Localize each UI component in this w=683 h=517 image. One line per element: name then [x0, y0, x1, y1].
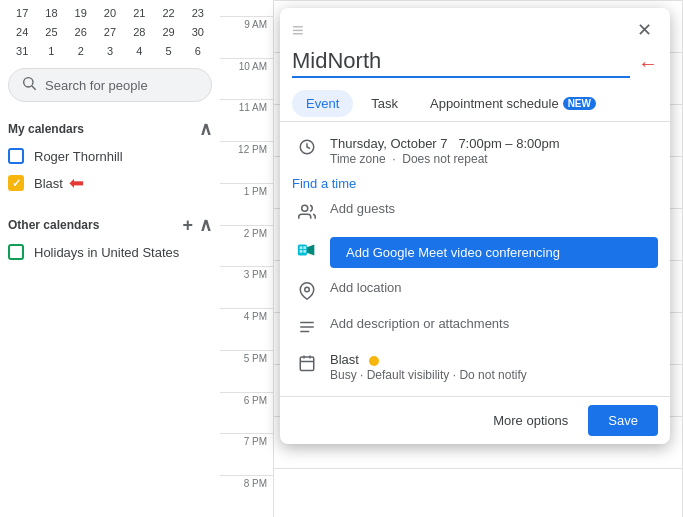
mini-cal-cell[interactable]: 4: [125, 42, 153, 60]
calendar-color-dot: [369, 356, 379, 366]
my-calendars-section: My calendars ∧: [0, 110, 220, 144]
add-description-label: Add description or attachments: [330, 316, 658, 331]
datetime-row: Thursday, October 7 7:00pm – 8:00pm Time…: [280, 130, 670, 172]
other-calendars-label: Other calendars: [8, 218, 99, 232]
other-calendars-chevron[interactable]: ∧: [199, 214, 212, 236]
tab-event[interactable]: Event: [292, 90, 353, 117]
mini-cal-cell[interactable]: 2: [67, 42, 95, 60]
meet-btn-area: Add Google Meet video conferencing: [330, 237, 658, 268]
calendar-checkbox[interactable]: [8, 148, 24, 164]
title-annotation-arrow: ←: [638, 52, 658, 75]
meet-row: Add Google Meet video conferencing: [280, 231, 670, 274]
find-a-time-link[interactable]: Find a time: [280, 172, 670, 195]
mini-cal-cell[interactable]: 31: [8, 42, 36, 60]
calendar-name-row: Blast: [330, 352, 658, 367]
mini-cal-cell[interactable]: 24: [8, 23, 36, 41]
save-button[interactable]: Save: [588, 405, 658, 436]
description-content: Add description or attachments: [330, 316, 658, 331]
mini-cal-cell[interactable]: 28: [125, 23, 153, 41]
mini-cal-cell[interactable]: 17: [8, 4, 36, 22]
mini-cal-cell[interactable]: 23: [184, 4, 212, 22]
mini-cal-cell[interactable]: 26: [67, 23, 95, 41]
description-icon: [292, 316, 322, 336]
my-calendars-label: My calendars: [8, 122, 84, 136]
mini-cal-cell[interactable]: 3: [96, 42, 124, 60]
mini-cal-cell[interactable]: 5: [154, 42, 182, 60]
svg-marker-5: [307, 245, 314, 256]
event-popup: ≡ ✕ ← Event Task Appointment schedule NE…: [280, 8, 670, 444]
annotation-arrow: ⬅: [69, 172, 84, 194]
popup-overlay: ≡ ✕ ← Event Task Appointment schedule NE…: [220, 0, 683, 517]
mini-cal-cell[interactable]: 29: [154, 23, 182, 41]
search-people-placeholder: Search for people: [45, 78, 148, 93]
my-calendars-chevron[interactable]: ∧: [199, 118, 212, 140]
guests-row[interactable]: Add guests: [280, 195, 670, 231]
people-icon: [292, 201, 322, 221]
datetime-main[interactable]: Thursday, October 7 7:00pm – 8:00pm: [330, 136, 658, 151]
close-button[interactable]: ✕: [630, 16, 658, 44]
sidebar: 171819202122232425262728293031123456 Sea…: [0, 0, 220, 517]
location-row[interactable]: Add location: [280, 274, 670, 310]
new-badge: NEW: [563, 97, 596, 110]
other-calendars-list: Holidays in United States: [0, 240, 220, 264]
tab-appointment-schedule[interactable]: Appointment schedule NEW: [416, 90, 610, 117]
mini-cal-cell[interactable]: 20: [96, 4, 124, 22]
svg-rect-7: [303, 246, 306, 249]
add-location-label: Add location: [330, 280, 658, 295]
mini-cal-cell[interactable]: 22: [154, 4, 182, 22]
event-title-input[interactable]: [292, 48, 630, 78]
calendar-status: Busy · Default visibility · Do not notif…: [330, 368, 658, 382]
calendar-icon: [292, 352, 322, 372]
calendar-label: Roger Thornhill: [34, 149, 123, 164]
calendar-checkbox[interactable]: [8, 244, 24, 260]
my-calendar-item[interactable]: ✓Blast⬅: [0, 168, 220, 198]
clock-icon: [292, 136, 322, 156]
description-row[interactable]: Add description or attachments: [280, 310, 670, 346]
datetime-sub: Time zone · Does not repeat: [330, 152, 658, 166]
popup-body: Thursday, October 7 7:00pm – 8:00pm Time…: [280, 122, 670, 396]
calendar-label: Blast: [34, 176, 63, 191]
mini-cal-cell[interactable]: 6: [184, 42, 212, 60]
location-content: Add location: [330, 280, 658, 295]
other-calendars-add[interactable]: +: [182, 215, 193, 236]
more-options-button[interactable]: More options: [481, 405, 580, 436]
mini-cal-cell[interactable]: 30: [184, 23, 212, 41]
search-icon: [21, 75, 37, 95]
mini-cal-cell[interactable]: 25: [37, 23, 65, 41]
mini-cal-cell[interactable]: 1: [37, 42, 65, 60]
calendar-content: Blast Busy · Default visibility · Do not…: [330, 352, 658, 382]
calendar-label: Holidays in United States: [34, 245, 179, 260]
popup-title-area: ←: [280, 48, 670, 86]
my-calendar-item[interactable]: Roger Thornhill: [0, 144, 220, 168]
mini-calendar: 171819202122232425262728293031123456: [0, 0, 220, 60]
mini-cal-cell[interactable]: 19: [67, 4, 95, 22]
mini-cal-cell[interactable]: 27: [96, 23, 124, 41]
svg-point-0: [24, 78, 33, 87]
calendar-checkbox[interactable]: ✓: [8, 175, 24, 191]
search-people-field[interactable]: Search for people: [8, 68, 212, 102]
my-calendars-list: Roger Thornhill✓Blast⬅: [0, 144, 220, 198]
main-area: 9 AM10 AM11 AM12 PM1 PM2 PM3 PM4 PM5 PM6…: [220, 0, 683, 517]
svg-rect-9: [303, 250, 306, 253]
mini-cal-cell[interactable]: 18: [37, 4, 65, 22]
popup-footer: More options Save: [280, 396, 670, 444]
event-tabs: Event Task Appointment schedule NEW: [280, 86, 670, 122]
calendar-row[interactable]: Blast Busy · Default visibility · Do not…: [280, 346, 670, 388]
tab-task[interactable]: Task: [357, 90, 412, 117]
location-icon: [292, 280, 322, 300]
mini-cal-grid: 171819202122232425262728293031123456: [8, 4, 212, 60]
drag-handle-icon[interactable]: ≡: [292, 19, 304, 42]
datetime-content: Thursday, October 7 7:00pm – 8:00pm Time…: [330, 136, 658, 166]
meet-icon: [292, 237, 322, 261]
mini-cal-cell[interactable]: 21: [125, 4, 153, 22]
svg-line-1: [32, 86, 36, 90]
svg-rect-6: [300, 246, 303, 249]
add-guests-label: Add guests: [330, 201, 658, 216]
add-meet-button[interactable]: Add Google Meet video conferencing: [330, 237, 658, 268]
other-calendar-item[interactable]: Holidays in United States: [0, 240, 220, 264]
popup-header: ≡ ✕: [280, 8, 670, 48]
svg-point-10: [305, 287, 310, 292]
svg-rect-14: [300, 357, 314, 371]
svg-point-3: [302, 205, 308, 211]
guests-content: Add guests: [330, 201, 658, 216]
